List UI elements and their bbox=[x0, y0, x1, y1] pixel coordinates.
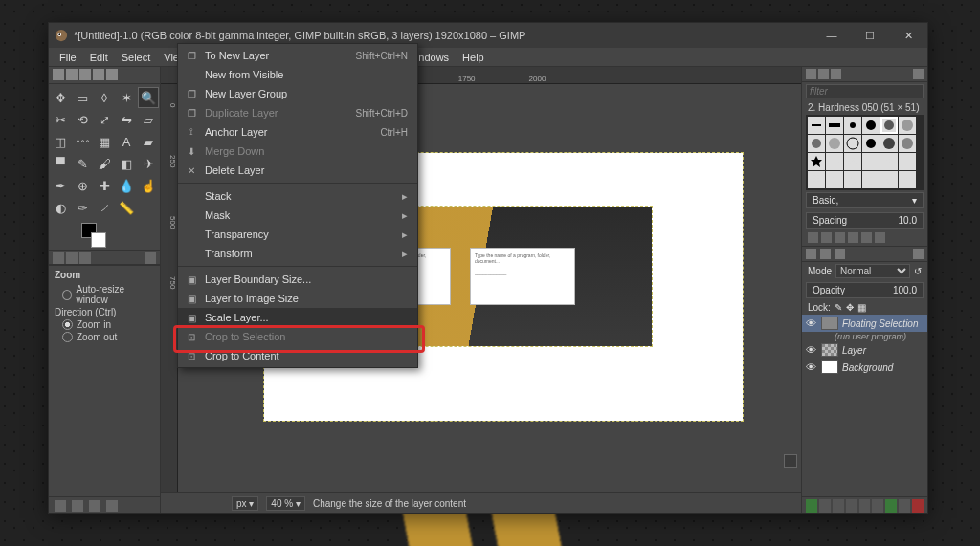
menu-item-new-layer-group[interactable]: ❐New Layer Group bbox=[178, 84, 417, 103]
tool-path[interactable]: ✑ bbox=[73, 198, 92, 217]
brush-filter[interactable] bbox=[806, 84, 924, 98]
brush-item[interactable] bbox=[899, 135, 916, 152]
brush-item[interactable]: ⁂ bbox=[844, 153, 861, 170]
delete-layer-icon[interactable] bbox=[912, 499, 924, 513]
tab-icon[interactable] bbox=[93, 69, 104, 80]
refresh-brush-icon[interactable] bbox=[861, 232, 872, 243]
menu-help[interactable]: Help bbox=[456, 50, 491, 65]
mode-reset-icon[interactable]: ↺ bbox=[914, 266, 922, 276]
tab-menu-icon[interactable] bbox=[145, 252, 156, 264]
tab-menu-icon[interactable] bbox=[913, 69, 924, 79]
tool-text[interactable]: A bbox=[117, 132, 136, 151]
fg-bg-colors[interactable] bbox=[49, 221, 160, 250]
brush-item[interactable]: ✦ bbox=[826, 153, 843, 170]
tool-warp[interactable]: 〰 bbox=[73, 132, 92, 151]
menu-item-scale-layer[interactable]: ▣Scale Layer... bbox=[178, 308, 417, 327]
mask-layer-icon[interactable] bbox=[899, 499, 910, 513]
auto-resize-checkbox[interactable]: Auto-resize window bbox=[62, 284, 154, 305]
zoom-selector[interactable]: 40 % ▾ bbox=[266, 496, 305, 511]
brush-item[interactable]: ⊛ bbox=[880, 171, 898, 188]
lock-pixels-icon[interactable]: ✎ bbox=[835, 302, 842, 313]
tab-icon[interactable] bbox=[53, 69, 64, 80]
new-group-icon[interactable] bbox=[819, 499, 831, 513]
brush-indicator[interactable] bbox=[53, 252, 64, 264]
menu-item-to-new-layer[interactable]: ❐To New LayerShift+Ctrl+N bbox=[178, 46, 417, 65]
tool-smudge[interactable]: ☝ bbox=[139, 176, 158, 195]
tool-pencil[interactable]: ✎ bbox=[73, 154, 92, 173]
delete-options-icon[interactable] bbox=[89, 500, 100, 512]
menu-file[interactable]: File bbox=[53, 50, 83, 65]
brush-item[interactable] bbox=[808, 153, 825, 170]
edit-brush-icon[interactable] bbox=[808, 232, 818, 243]
new-layer-icon[interactable] bbox=[806, 499, 817, 513]
menu-item-transparency[interactable]: Transparency▸ bbox=[178, 225, 417, 244]
visibility-icon[interactable]: 👁 bbox=[806, 317, 817, 329]
tool-airbrush[interactable]: ✈ bbox=[139, 154, 158, 173]
zoom-in-radio[interactable]: Zoom in bbox=[62, 319, 154, 330]
tool-move[interactable]: ✥ bbox=[51, 88, 70, 107]
tool-rect-select[interactable]: ▭ bbox=[73, 88, 92, 107]
gradient-indicator[interactable] bbox=[79, 252, 91, 264]
tab-icon[interactable] bbox=[106, 69, 118, 80]
tool-eraser[interactable]: ◧ bbox=[117, 154, 136, 173]
tab-menu-icon[interactable] bbox=[913, 249, 924, 259]
tool-fuzzy-select[interactable]: ✶ bbox=[117, 88, 136, 107]
tool-color-picker[interactable]: ⟋ bbox=[95, 198, 114, 217]
restore-options-icon[interactable] bbox=[72, 500, 83, 512]
brush-item[interactable] bbox=[844, 117, 861, 134]
tab-paths-icon[interactable] bbox=[835, 249, 845, 259]
brush-item[interactable] bbox=[880, 135, 898, 152]
brush-item[interactable] bbox=[826, 117, 843, 134]
tab-patterns-icon[interactable] bbox=[818, 69, 829, 79]
delete-brush-icon[interactable] bbox=[848, 232, 858, 243]
tool-unified[interactable]: ◫ bbox=[51, 132, 70, 151]
brush-item[interactable]: ◉ bbox=[844, 171, 861, 188]
reset-options-icon[interactable] bbox=[106, 500, 118, 512]
brush-item[interactable]: ⋰ bbox=[899, 153, 916, 170]
spacing-slider[interactable]: Spacing10.0 bbox=[806, 212, 924, 229]
tool-free-select[interactable]: ◊ bbox=[95, 88, 114, 107]
pattern-indicator[interactable] bbox=[66, 252, 78, 264]
menu-item-layer-boundary-size[interactable]: ▣Layer Boundary Size... bbox=[178, 270, 417, 289]
tool-flip[interactable]: ⇋ bbox=[117, 110, 136, 129]
menu-select[interactable]: Select bbox=[115, 50, 158, 65]
brush-item[interactable]: ❋ bbox=[899, 171, 916, 188]
brush-item[interactable]: ⠿ bbox=[808, 171, 825, 188]
brush-item[interactable]: ∵ bbox=[862, 153, 880, 170]
menu-item-crop-to-content[interactable]: ⊡Crop to Content bbox=[178, 346, 417, 365]
nav-thumbnail-icon[interactable] bbox=[784, 454, 797, 468]
brush-item[interactable] bbox=[862, 117, 880, 134]
brush-item[interactable] bbox=[808, 135, 825, 152]
layer-row[interactable]: 👁 Background bbox=[802, 359, 927, 376]
brush-item[interactable] bbox=[808, 117, 825, 134]
tool-clone[interactable]: ⊕ bbox=[73, 176, 92, 195]
minimize-button[interactable]: ― bbox=[813, 23, 851, 48]
lock-alpha-icon[interactable]: ▦ bbox=[858, 302, 866, 313]
anchor-layer-icon[interactable] bbox=[885, 499, 897, 513]
open-as-image-icon[interactable] bbox=[875, 232, 885, 243]
tab-layers-icon[interactable] bbox=[806, 249, 816, 259]
lock-position-icon[interactable]: ✥ bbox=[846, 302, 854, 313]
background-color[interactable] bbox=[91, 232, 106, 248]
tool-crop[interactable]: ✂ bbox=[51, 110, 70, 129]
brush-item[interactable]: ◌ bbox=[862, 171, 880, 188]
maximize-button[interactable]: ☐ bbox=[851, 23, 889, 48]
raise-layer-icon[interactable] bbox=[833, 499, 844, 513]
brush-preset-select[interactable]: Basic,▾ bbox=[806, 192, 924, 208]
mode-select[interactable]: Normal bbox=[835, 264, 910, 278]
merge-layer-icon[interactable] bbox=[872, 499, 883, 513]
menu-item-layer-to-image-size[interactable]: ▣Layer to Image Size bbox=[178, 289, 417, 308]
menu-item-transform[interactable]: Transform▸ bbox=[178, 244, 417, 263]
tool-bucket[interactable]: ▰ bbox=[139, 132, 158, 151]
tab-brushes-icon[interactable] bbox=[806, 69, 816, 79]
duplicate-layer-icon[interactable] bbox=[859, 499, 871, 513]
tab-icon[interactable] bbox=[66, 69, 78, 80]
brush-item[interactable] bbox=[826, 135, 843, 152]
tool-measure[interactable]: 📏 bbox=[117, 198, 136, 217]
tool-rotate[interactable]: ⟲ bbox=[73, 110, 92, 129]
brush-item[interactable]: ፨ bbox=[880, 153, 898, 170]
menu-item-anchor-layer[interactable]: ⟟Anchor LayerCtrl+H bbox=[178, 122, 417, 142]
brush-item[interactable] bbox=[844, 135, 861, 152]
tool-blur[interactable]: 💧 bbox=[117, 176, 136, 195]
tool-cage[interactable]: ▦ bbox=[95, 132, 114, 151]
